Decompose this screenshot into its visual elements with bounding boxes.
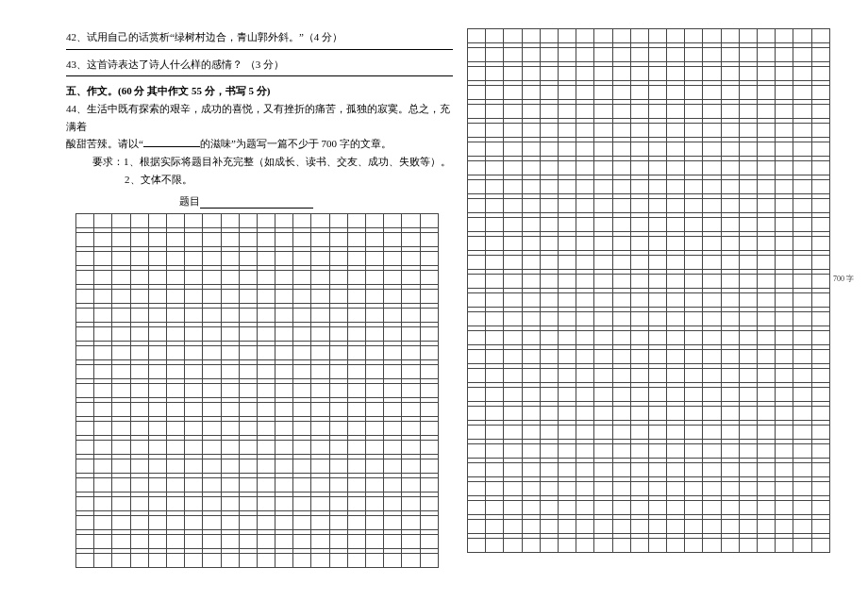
fill-blank (143, 138, 200, 147)
q44-line2: 酸甜苦辣。请以“的滋味”为题写一篇不少于 700 字的文章。 (66, 135, 453, 153)
req2-text: 2、文体不限。 (125, 174, 192, 185)
title-label: 题目 (179, 195, 200, 207)
q44-line1: 44、生活中既有探索的艰辛，成功的喜悦，又有挫折的痛苦，孤独的寂寞。总之，充满着 (66, 100, 453, 135)
req1-text: 1、根据实际将题目补充完整（如成长、读书、交友、成功、失败等）。 (124, 156, 451, 167)
q42: 42、试用自己的话赏析“绿树村边合，青山郭外斜。”（4 分） (66, 28, 453, 46)
q43-text: 这首诗表达了诗人什么样的感情？ （3 分） (87, 58, 284, 70)
q44-req2: 2、文体不限。 (66, 171, 453, 189)
essay-title-row: 题目 (66, 194, 453, 209)
q43-prefix: 43、 (66, 58, 87, 70)
section5-heading: 五、作文。(60 分 其中作文 55 分，书写 5 分) (66, 82, 453, 100)
question-block: 42、试用自己的话赏析“绿树村边合，青山郭外斜。”（4 分） 43、这首诗表达了… (66, 28, 453, 210)
q44-line1-text: 生活中既有探索的艰辛，成功的喜悦，又有挫折的痛苦，孤独的寂寞。总之，充满着 (66, 103, 450, 132)
req-label: 要求： (92, 156, 124, 167)
char-count-marker: 700 字 (833, 274, 854, 284)
manuscript-grid-right (467, 28, 830, 553)
q44-line2b: 的滋味”为题写一篇不少于 700 字的文章。 (200, 138, 392, 149)
answer-line-42 (66, 48, 453, 50)
q43: 43、这首诗表达了诗人什么样的感情？ （3 分） (66, 56, 453, 74)
answer-line-43 (66, 75, 453, 76)
q44-prefix: 44、 (66, 103, 87, 114)
q42-prefix: 42、 (66, 31, 87, 42)
title-blank (200, 198, 313, 209)
q44-line2a: 酸甜苦辣。请以“ (66, 138, 143, 149)
q42-text: 试用自己的话赏析“绿树村边合，青山郭外斜。”（4 分） (87, 31, 342, 42)
q44-req1: 要求：1、根据实际将题目补充完整（如成长、读书、交友、成功、失败等）。 (66, 153, 453, 171)
manuscript-grid-left (75, 213, 439, 568)
